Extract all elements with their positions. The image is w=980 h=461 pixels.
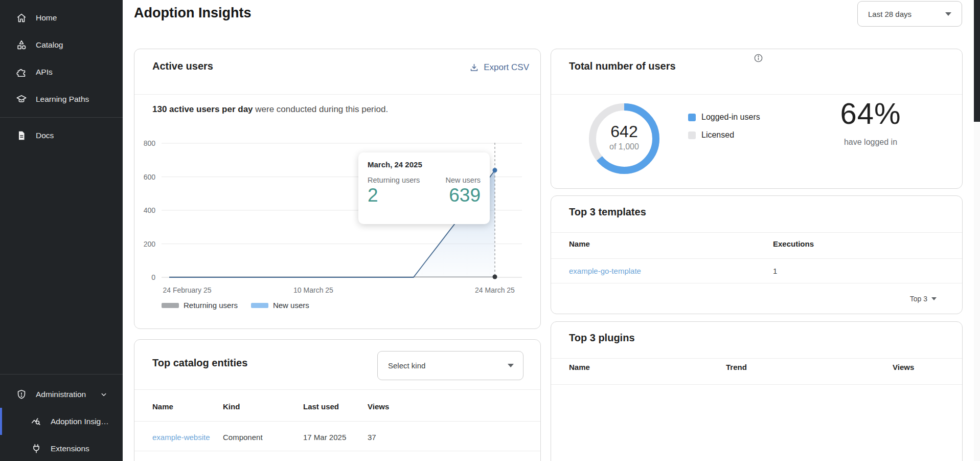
- divider: [134, 94, 540, 95]
- active-users-card: Active users Export CSV 130 active users…: [134, 49, 541, 329]
- divider: [551, 94, 962, 95]
- column-header-last-used: Last used: [303, 402, 339, 411]
- donut-value: 642: [583, 122, 665, 141]
- card-title: Active users: [152, 60, 213, 72]
- column-header-views: Views: [368, 402, 389, 411]
- chart-tooltip: March, 24 2025 Returning users 2 New use…: [358, 152, 490, 224]
- sidebar-item-catalog[interactable]: Catalog: [0, 31, 123, 58]
- sidebar-item-label: APIs: [36, 68, 53, 77]
- catalog-icon: [16, 39, 27, 51]
- home-icon: [16, 12, 27, 24]
- sidebar-item-label: Administration: [36, 390, 86, 399]
- svg-text:600: 600: [144, 173, 156, 181]
- export-csv-label: Export CSV: [484, 62, 529, 73]
- summary-rest: were conducted during this period.: [253, 104, 389, 114]
- table-cell-executions: 1: [773, 267, 777, 275]
- svg-text:24 February 25: 24 February 25: [163, 286, 212, 294]
- legend-swatch: [688, 131, 696, 139]
- tooltip-value: 2: [368, 186, 420, 205]
- sidebar-item-home[interactable]: Home: [0, 4, 123, 31]
- sidebar-item-label: Home: [36, 13, 57, 23]
- adoption-insights-page: Home Catalog APIs Learning Paths Docs Ad…: [0, 0, 980, 461]
- legend-swatch: [162, 303, 179, 308]
- legend-label: Licensed: [701, 130, 734, 140]
- card-title: Top catalog entities: [152, 357, 247, 369]
- sidebar-item-label: Adoption Insights: [51, 417, 111, 426]
- divider: [134, 389, 540, 390]
- plug-icon: [31, 443, 42, 454]
- summary-strong: 130 active users per day: [152, 104, 253, 114]
- percent-value: 64%: [796, 96, 945, 130]
- shield-alert-icon: [16, 389, 27, 400]
- sidebar-item-adoption-insights[interactable]: Adoption Insights: [0, 408, 123, 435]
- document-icon: [16, 130, 27, 141]
- divider: [134, 451, 540, 451]
- table-row-template-name: example-go-template: [569, 267, 641, 275]
- logged-in-percentage: 64% have logged in: [796, 96, 945, 147]
- tooltip-label: New users: [446, 176, 481, 184]
- card-title: Top 3 plugins: [569, 332, 635, 344]
- graduation-cap-icon: [16, 94, 27, 105]
- sidebar-item-docs[interactable]: Docs: [0, 122, 123, 149]
- info-icon[interactable]: [754, 53, 763, 65]
- puzzle-icon: [16, 67, 27, 78]
- total-users-card: Total number of users 642 of 1,000 Logge…: [551, 49, 963, 189]
- table-row-entity-name: example-website: [152, 433, 210, 442]
- page-title: Adoption Insights: [134, 5, 251, 21]
- divider: [551, 283, 962, 283]
- users-donut-chart: 642 of 1,000: [583, 98, 665, 180]
- date-range-value: Last 28 days: [868, 10, 911, 18]
- svg-text:0: 0: [151, 273, 155, 281]
- caret-down-icon: [945, 12, 951, 16]
- svg-text:200: 200: [144, 240, 156, 248]
- column-header-name: Name: [569, 363, 590, 371]
- sidebar-item-administration[interactable]: Administration: [0, 381, 123, 408]
- table-footer-top3-select[interactable]: Top 3: [910, 295, 937, 303]
- caret-down-icon: [931, 297, 937, 300]
- caret-down-icon: [508, 364, 514, 367]
- tooltip-returning-users: Returning users 2: [368, 176, 420, 205]
- donut-legend: Logged-in users Licensed: [688, 113, 760, 148]
- legend-swatch: [251, 303, 268, 308]
- divider: [134, 421, 540, 422]
- svg-text:400: 400: [144, 206, 156, 214]
- sidebar-item-learning-paths[interactable]: Learning Paths: [0, 85, 123, 113]
- sidebar-divider: [0, 374, 123, 375]
- column-header-executions: Executions: [773, 239, 814, 248]
- scrollbar-thumb[interactable]: [974, 0, 980, 122]
- svg-text:800: 800: [144, 139, 156, 147]
- card-title: Top 3 templates: [569, 206, 646, 218]
- sidebar-item-extensions[interactable]: Extensions: [0, 435, 123, 461]
- chart-legend: Returning users New users: [162, 301, 309, 310]
- sidebar-item-label: Extensions: [51, 444, 89, 453]
- top-plugins-card: Top 3 plugins Name Trend Views: [551, 321, 963, 461]
- column-header-trend: Trend: [726, 363, 747, 371]
- date-range-select[interactable]: Last 28 days: [857, 1, 962, 27]
- kind-select[interactable]: Select kind: [377, 351, 523, 380]
- chevron-down-icon[interactable]: [99, 390, 108, 399]
- top-templates-card: Top 3 templates Name Executions example-…: [551, 195, 963, 314]
- donut-center-label: 642 of 1,000: [583, 122, 665, 151]
- percent-caption: have logged in: [796, 138, 945, 147]
- column-header-views: Views: [893, 363, 914, 371]
- insights-search-icon: [31, 416, 42, 427]
- table-cell-views: 37: [368, 433, 376, 442]
- tooltip-date: March, 24 2025: [368, 160, 481, 169]
- legend-item-logged-in: Logged-in users: [688, 113, 760, 122]
- export-csv-button[interactable]: Export CSV: [469, 62, 529, 73]
- sidebar-divider: [0, 117, 123, 118]
- entity-link[interactable]: example-website: [152, 433, 210, 442]
- scrollbar[interactable]: [974, 0, 980, 461]
- sidebar-item-label: Catalog: [36, 40, 63, 50]
- legend-item-returning-users: Returning users: [162, 301, 238, 310]
- template-link[interactable]: example-go-template: [569, 267, 641, 275]
- divider: [551, 232, 962, 233]
- donut-total: of 1,000: [583, 142, 665, 151]
- divider: [551, 358, 962, 359]
- svg-text:10 March 25: 10 March 25: [293, 286, 333, 294]
- sidebar-item-label: Docs: [36, 131, 54, 140]
- sidebar-item-apis[interactable]: APIs: [0, 58, 123, 85]
- sidebar-item-label: Learning Paths: [36, 95, 89, 104]
- svg-text:24 March 25: 24 March 25: [475, 286, 515, 294]
- table-cell-last-used: 17 Mar 2025: [303, 433, 346, 442]
